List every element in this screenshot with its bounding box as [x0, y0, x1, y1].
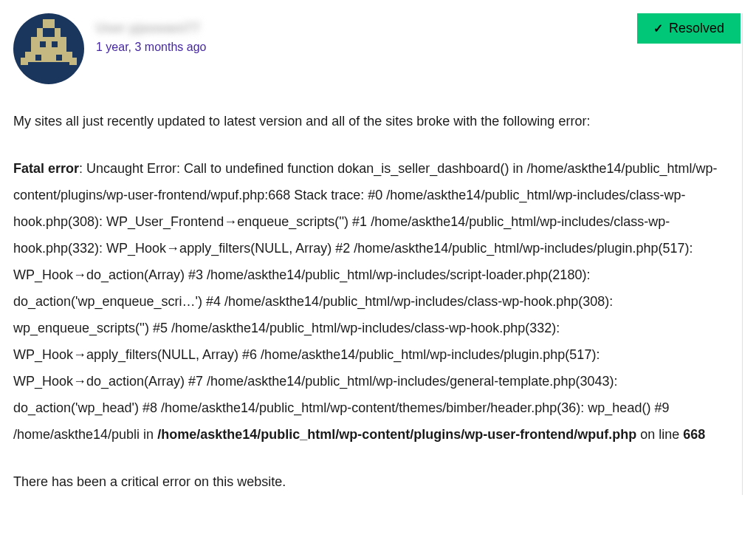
check-icon: ✓	[653, 21, 663, 35]
error-prefix: Fatal error	[13, 161, 79, 176]
post-timestamp[interactable]: 1 year, 3 months ago	[96, 41, 206, 54]
author-name[interactable]: User pjaswani77	[96, 21, 206, 36]
svg-rect-9	[56, 55, 62, 61]
avatar[interactable]	[13, 13, 84, 84]
badge-label: Resolved	[669, 21, 724, 36]
svg-rect-8	[35, 55, 41, 61]
post-body: My sites all just recently updated to la…	[13, 108, 740, 495]
svg-rect-5	[40, 41, 46, 47]
avatar-image	[13, 13, 84, 84]
post-header: User pjaswani77 1 year, 3 months ago ✓ R…	[13, 13, 740, 84]
svg-rect-11	[69, 58, 77, 65]
error-paragraph: Fatal error: Uncaught Error: Call to und…	[13, 155, 740, 448]
critical-paragraph: There has been a critical error on this …	[13, 468, 740, 495]
svg-rect-6	[52, 41, 58, 47]
error-online: on line	[636, 427, 683, 442]
resolved-badge: ✓ Resolved	[637, 13, 740, 44]
forum-post: User pjaswani77 1 year, 3 months ago ✓ R…	[13, 13, 743, 495]
svg-rect-3	[43, 28, 55, 37]
svg-rect-7	[25, 52, 72, 62]
error-text: : Uncaught Error: Call to undefined func…	[13, 161, 718, 442]
error-path: /home/askthe14/public_html/wp-content/pl…	[157, 427, 636, 442]
svg-rect-10	[21, 58, 28, 65]
svg-rect-4	[31, 37, 66, 52]
intro-paragraph: My sites all just recently updated to la…	[13, 108, 740, 134]
author-meta: User pjaswani77 1 year, 3 months ago	[96, 13, 206, 54]
error-line: 668	[683, 427, 705, 442]
svg-rect-1	[43, 19, 55, 28]
